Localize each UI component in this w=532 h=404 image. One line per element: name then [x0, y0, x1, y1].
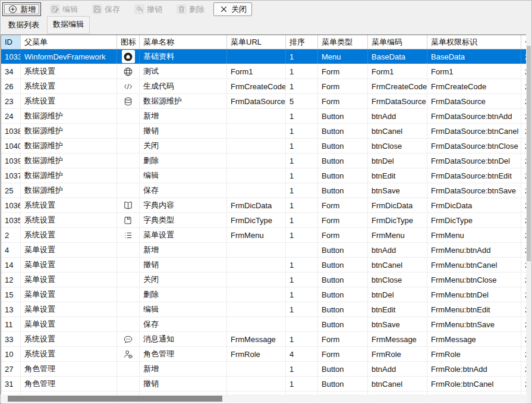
cell-id[interactable]: 25 [1, 183, 21, 198]
cell-url[interactable] [227, 362, 286, 376]
cell-sort[interactable]: 1 [286, 49, 318, 64]
cell-url[interactable] [227, 139, 286, 153]
table-row[interactable]: 26系统设置生成代码FrmCreateCode1FormFrmCreateCod… [1, 79, 527, 94]
column-header-parent[interactable]: 父菜单 [21, 35, 117, 49]
cell-icon[interactable] [117, 332, 140, 346]
cell-icon[interactable] [117, 273, 140, 287]
cell-type[interactable]: Form [318, 94, 368, 108]
cell-perm[interactable]: FrmDataSource:btnCanel [427, 124, 521, 138]
column-header-url[interactable]: 菜单URL [227, 35, 286, 49]
cell-name[interactable]: 撤销 [140, 377, 227, 391]
cell-code[interactable]: btnClose [368, 273, 427, 287]
cell-id[interactable]: 27 [1, 362, 21, 376]
cell-code[interactable]: btnAdd [368, 362, 427, 376]
horizontal-scrollbar-thumb[interactable] [8, 396, 222, 402]
table-row[interactable]: 1038数据源维护撤销1ButtonbtnCanelFrmDataSource:… [1, 124, 527, 139]
cell-parent[interactable]: 数据源维护 [21, 139, 117, 153]
cell-perm[interactable]: FrmMenu:btnAdd [427, 243, 521, 257]
cell-id[interactable]: 24 [1, 109, 21, 123]
cell-type[interactable]: Form [318, 228, 368, 242]
horizontal-scrollbar[interactable] [1, 394, 527, 403]
table-row[interactable]: 12菜单设置关闭1ButtonbtnCloseFrmMenu:btnClose2 [1, 273, 527, 287]
cell-url[interactable] [227, 258, 286, 272]
cell-parent[interactable]: 菜单设置 [21, 243, 117, 257]
column-header-sort[interactable]: 排序 [286, 35, 318, 49]
cell-perm[interactable]: FrmDataSource:btnClose [427, 139, 521, 153]
cell-perm[interactable]: FrmDicData [427, 198, 521, 212]
cell-id[interactable]: 1036 [1, 198, 21, 212]
cell-perm[interactable]: FrmDataSource:btnDel [427, 154, 521, 168]
cell-sort[interactable]: 1 [286, 362, 318, 376]
cell-type[interactable]: Menu [318, 49, 368, 64]
cell-code[interactable]: BaseData [368, 49, 427, 64]
cell-parent[interactable]: 系统设置 [21, 347, 117, 361]
vertical-scrollbar[interactable] [526, 35, 531, 404]
column-header-perm[interactable]: 菜单权限标识 [427, 35, 521, 49]
cell-sort[interactable]: 1 [286, 287, 318, 302]
table-row[interactable]: 33系统设置消息通知FrmMessage1FormFrmMessageFrmMe… [1, 332, 527, 347]
table-row[interactable]: 2系统设置菜单设置FrmMenu1FormFrmMenuFrmMenu2 [1, 228, 527, 243]
cell-type[interactable]: Form [318, 79, 368, 93]
cell-code[interactable]: btnClose [368, 139, 427, 153]
cell-sort[interactable]: 4 [286, 347, 318, 361]
cell-code[interactable]: btnEdit [368, 302, 427, 317]
cell-name[interactable]: 新增 [140, 109, 227, 123]
cell-sort[interactable]: 1 [286, 183, 318, 198]
cell-url[interactable]: FrmDataSource [227, 94, 286, 108]
cell-name[interactable]: 编辑 [140, 168, 227, 183]
cell-code[interactable]: FrmCreateCode [368, 79, 427, 93]
cell-name[interactable]: 删除 [140, 154, 227, 168]
table-row[interactable]: 1036系统设置字典内容FrmDicData1FormFrmDicDataFrm… [1, 198, 527, 213]
cell-sort[interactable]: 1 [286, 258, 318, 272]
cell-icon[interactable] [117, 213, 140, 227]
cell-id[interactable]: 15 [1, 287, 21, 302]
cell-sort[interactable]: 1 [286, 198, 318, 212]
cell-type[interactable]: Button [318, 243, 368, 257]
cell-id[interactable]: 1033 [1, 49, 21, 64]
cell-type[interactable]: Form [318, 332, 368, 346]
cell-parent[interactable]: 菜单设置 [21, 258, 117, 272]
cell-parent[interactable]: WinformDevFramework [21, 49, 117, 64]
cell-parent[interactable]: 菜单设置 [21, 317, 117, 331]
cell-sort[interactable] [286, 317, 318, 331]
cell-type[interactable]: Button [318, 273, 368, 287]
cell-id[interactable]: 10 [1, 347, 21, 361]
cell-sort[interactable]: 1 [286, 377, 318, 391]
cell-type[interactable]: Button [318, 258, 368, 272]
toolbar-button-close[interactable]: 关闭 [213, 2, 252, 16]
cell-url[interactable]: FrmDicType [227, 213, 286, 227]
cell-id[interactable]: 1038 [1, 124, 21, 138]
cell-url[interactable] [227, 109, 286, 123]
cell-id[interactable]: 13 [1, 302, 21, 317]
cell-sort[interactable]: 1 [286, 228, 318, 242]
cell-parent[interactable]: 角色管理 [21, 362, 117, 376]
cell-icon[interactable] [117, 154, 140, 168]
cell-code[interactable]: btnCanel [368, 377, 427, 391]
cell-parent[interactable]: 数据源维护 [21, 124, 117, 138]
cell-perm[interactable]: FrmMenu:btnEdit [427, 302, 521, 317]
cell-parent[interactable]: 菜单设置 [21, 273, 117, 287]
table-row[interactable]: 24数据源维护新增1ButtonbtnAddFrmDataSource:btnA… [1, 109, 527, 124]
cell-name[interactable]: 字典内容 [140, 198, 227, 212]
cell-icon[interactable] [117, 302, 140, 317]
cell-parent[interactable]: 系统设置 [21, 198, 117, 212]
cell-code[interactable]: FrmRole [368, 347, 427, 361]
cell-url[interactable] [227, 287, 286, 302]
column-header-code[interactable]: 菜单编码 [368, 35, 427, 49]
cell-parent[interactable]: 数据源维护 [21, 109, 117, 123]
table-row[interactable]: 23系统设置数据源维护FrmDataSource5FormFrmDataSour… [1, 94, 527, 109]
cell-code[interactable]: btnDel [368, 287, 427, 302]
cell-icon[interactable] [117, 198, 140, 212]
cell-name[interactable]: 关闭 [140, 273, 227, 287]
cell-icon[interactable] [117, 347, 140, 361]
tab-data-list[interactable]: 数据列表 [2, 17, 45, 35]
cell-parent[interactable]: 数据源维护 [21, 154, 117, 168]
cell-icon[interactable] [117, 258, 140, 272]
cell-code[interactable]: btnAdd [368, 109, 427, 123]
cell-type[interactable]: Button [318, 302, 368, 317]
toolbar-button-add[interactable]: 新增 [2, 2, 41, 16]
tab-data-edit[interactable]: 数据编辑 [47, 16, 90, 34]
cell-code[interactable]: btnDel [368, 154, 427, 168]
cell-perm[interactable]: FrmRole:btnAdd [427, 362, 521, 376]
cell-code[interactable]: btnEdit [368, 168, 427, 183]
